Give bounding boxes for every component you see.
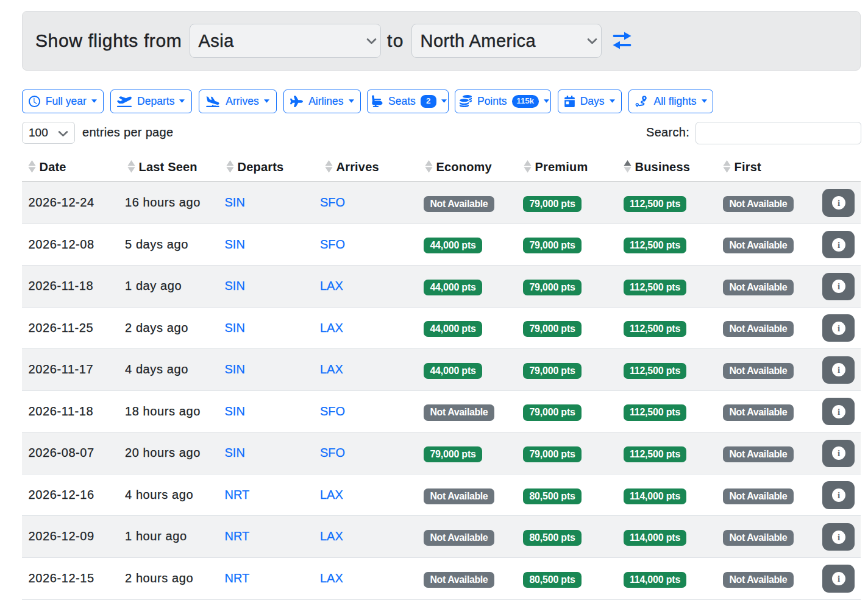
svg-text:i: i bbox=[837, 532, 839, 542]
svg-text:i: i bbox=[837, 240, 839, 250]
svg-text:i: i bbox=[837, 198, 839, 208]
svg-text:i: i bbox=[837, 407, 839, 417]
svg-text:i: i bbox=[837, 365, 839, 375]
svg-text:i: i bbox=[837, 323, 839, 333]
svg-text:i: i bbox=[837, 490, 839, 500]
svg-text:i: i bbox=[837, 281, 839, 291]
svg-text:i: i bbox=[837, 449, 839, 459]
svg-text:i: i bbox=[837, 574, 839, 584]
